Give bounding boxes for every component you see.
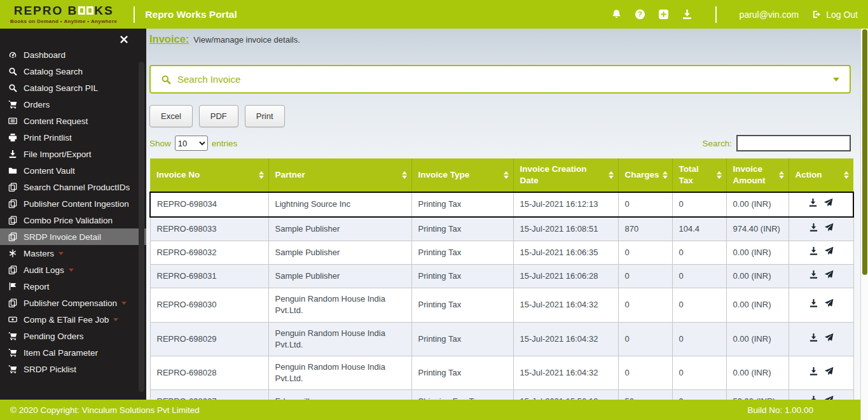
- import-icon[interactable]: [682, 9, 692, 20]
- cell-creation-date: 15-Jul-2021 16:06:28: [513, 265, 618, 288]
- table-row[interactable]: REPRO-698029Penguin Random House India P…: [150, 322, 853, 356]
- sidebar-item-label: Audit Logs: [24, 265, 64, 275]
- show-entries-group: Show 10 entries: [149, 136, 237, 151]
- table-row[interactable]: REPRO-698030Penguin Random House India P…: [150, 288, 853, 322]
- pages-icon: [8, 298, 18, 307]
- download-invoice-icon[interactable]: [809, 298, 818, 308]
- page-scrollbar[interactable]: [860, 29, 868, 420]
- cell-total-tax: 0: [672, 241, 726, 264]
- sidebar-scrollbar[interactable]: [139, 62, 144, 392]
- cell-action: [789, 356, 853, 389]
- table-row[interactable]: REPRO-698028Penguin Random House India P…: [150, 356, 853, 389]
- cell-total-tax: 0: [672, 192, 726, 216]
- download-invoice-icon[interactable]: [809, 223, 818, 232]
- sidebar-item-content-vault[interactable]: Content Vault: [0, 162, 146, 179]
- send-invoice-icon[interactable]: [824, 367, 834, 376]
- help-icon[interactable]: ?: [635, 9, 645, 20]
- topbar-actions: ? parul@vin.com Log Out: [611, 6, 858, 23]
- sidebar-item-srdp-invoice-detail[interactable]: SRDP Invoice Detail: [0, 228, 146, 245]
- cell-invoice-amount: 0.00 (INR): [726, 192, 789, 216]
- page-size-select[interactable]: 10: [175, 136, 208, 151]
- sidebar-item-combo-price-validation[interactable]: Combo Price Validation: [0, 212, 146, 228]
- cell-total-tax: 0: [672, 265, 726, 288]
- sidebar-item-file-import-export[interactable]: File Import/Export: [0, 146, 146, 162]
- sidebar-item-audit-logs[interactable]: Audit Logs: [0, 262, 146, 278]
- download-invoice-icon[interactable]: [809, 270, 818, 279]
- table-row[interactable]: REPRO-698033Sample PublisherPrinting Tax…: [150, 217, 853, 241]
- print-button[interactable]: Print: [245, 105, 285, 127]
- download-invoice-icon[interactable]: [808, 198, 818, 207]
- column-header-action[interactable]: Action: [789, 158, 853, 192]
- sort-icon: [259, 171, 264, 179]
- repro-books-logo[interactable]: REPRO B KS Books on Demand • Anytime • A…: [10, 4, 117, 24]
- download-invoice-icon[interactable]: [809, 333, 818, 342]
- sidebar-item-publisher-compensation[interactable]: Publisher Compensation: [0, 295, 146, 311]
- sidebar-item-dashboard[interactable]: Dashboard: [0, 46, 146, 63]
- column-header-total-tax[interactable]: Total Tax: [672, 158, 726, 192]
- cell-invoice-type: Shipping Fee Tax: [411, 390, 513, 400]
- table-row-highlighted[interactable]: REPRO-698034Lightning Source IncPrinting…: [150, 192, 853, 216]
- cell-partner: Penguin Random House India Pvt.Ltd.: [268, 356, 411, 389]
- column-header-invoice-amount[interactable]: Invoice Amount: [726, 158, 789, 192]
- column-header-charges[interactable]: Charges: [618, 158, 672, 192]
- sidebar-item-catalog-search-pil[interactable]: Catalog Search PIL: [0, 80, 146, 96]
- money-icon: [8, 315, 18, 324]
- repro-works-portal-app: REPRO B KS Books on Demand • Anytime • A…: [0, 0, 868, 420]
- sidebar-item-content-request[interactable]: Content Request: [0, 113, 146, 129]
- cell-action: [789, 192, 853, 216]
- download-invoice-icon[interactable]: [809, 246, 818, 256]
- sidebar-item-masters[interactable]: Masters: [0, 245, 146, 262]
- add-icon[interactable]: [658, 9, 669, 20]
- cell-invoice-type: Printing Tax: [411, 265, 513, 288]
- sidebar-close-icon[interactable]: [120, 35, 128, 44]
- sidebar-item-report[interactable]: Report: [0, 278, 146, 295]
- sidebar-item-comp-etail-fee-job[interactable]: Comp & ETail Fee Job: [0, 311, 146, 328]
- table-row[interactable]: REPRO-698032Sample PublisherPrinting Tax…: [150, 241, 853, 264]
- search-icon: [8, 83, 18, 92]
- sidebar-item-label: Catalog Search PIL: [24, 83, 98, 93]
- column-header-invoice-creation-date[interactable]: Invoice Creation Date: [513, 158, 618, 192]
- cell-charges: 0: [618, 356, 672, 389]
- cell-invoice-type: Printing Tax: [411, 288, 513, 322]
- footer-bar: © 2020 Copyright: Vinculum Solutions Pvt…: [0, 400, 860, 420]
- notification-bell-icon[interactable]: [611, 9, 622, 20]
- sidebar-item-orders[interactable]: Orders: [0, 96, 146, 113]
- page-scrollbar-thumb[interactable]: [862, 29, 867, 275]
- search-invoice-panel[interactable]: Search Invoice: [149, 65, 851, 94]
- sidebar-item-srdp-picklist[interactable]: SRDP Picklist: [0, 361, 146, 377]
- cell-creation-date: 15-Jul-2021 16:12:13: [513, 192, 618, 216]
- send-invoice-icon[interactable]: [823, 198, 833, 207]
- cell-partner: Sample Publisher: [268, 217, 411, 241]
- send-invoice-icon[interactable]: [824, 395, 834, 400]
- logout-button[interactable]: Log Out: [811, 9, 858, 20]
- sidebar-item-pending-orders[interactable]: Pending Orders: [0, 328, 146, 344]
- invoice-table-wrap: Invoice NoPartnerInvoice TypeInvoice Cre…: [149, 158, 851, 400]
- cell-action: [789, 241, 853, 264]
- cell-invoice-no: REPRO-698034: [150, 192, 268, 216]
- sidebar-item-publisher-content-ingestion[interactable]: Publisher Content Ingestion: [0, 195, 146, 212]
- download-invoice-icon[interactable]: [809, 395, 818, 400]
- send-invoice-icon[interactable]: [824, 333, 834, 342]
- excel-button[interactable]: Excel: [149, 105, 193, 127]
- list-icon: [8, 116, 18, 125]
- cell-invoice-amount: 0.00 (INR): [726, 322, 789, 356]
- table-search-input[interactable]: [736, 135, 851, 151]
- send-invoice-icon[interactable]: [824, 246, 834, 256]
- send-invoice-icon[interactable]: [824, 270, 834, 279]
- column-header-invoice-no[interactable]: Invoice No: [150, 158, 268, 192]
- cell-creation-date: 15-Jul-2021 16:04:32: [513, 288, 618, 322]
- sidebar-item-print-printlist[interactable]: Print Printlist: [0, 129, 146, 146]
- pdf-button[interactable]: PDF: [199, 105, 238, 127]
- cell-total-tax: 0: [672, 288, 726, 322]
- table-row[interactable]: REPRO-698031Sample PublisherPrinting Tax…: [150, 265, 853, 288]
- table-row[interactable]: REPRO-698027Edu.gorillaShipping Fee Tax1…: [150, 390, 853, 400]
- column-header-partner[interactable]: Partner: [268, 158, 411, 192]
- column-header-invoice-type[interactable]: Invoice Type: [411, 158, 513, 192]
- sidebar-item-catalog-search[interactable]: Catalog Search: [0, 63, 146, 80]
- sidebar-item-search-channel-productids[interactable]: Search Channel ProductIDs: [0, 179, 146, 195]
- send-invoice-icon[interactable]: [824, 298, 834, 308]
- sidebar-item-item-cal-parameter[interactable]: Item Cal Parameter: [0, 344, 146, 361]
- download-invoice-icon[interactable]: [809, 367, 818, 376]
- send-invoice-icon[interactable]: [824, 223, 834, 232]
- column-header-label: Action: [796, 170, 822, 179]
